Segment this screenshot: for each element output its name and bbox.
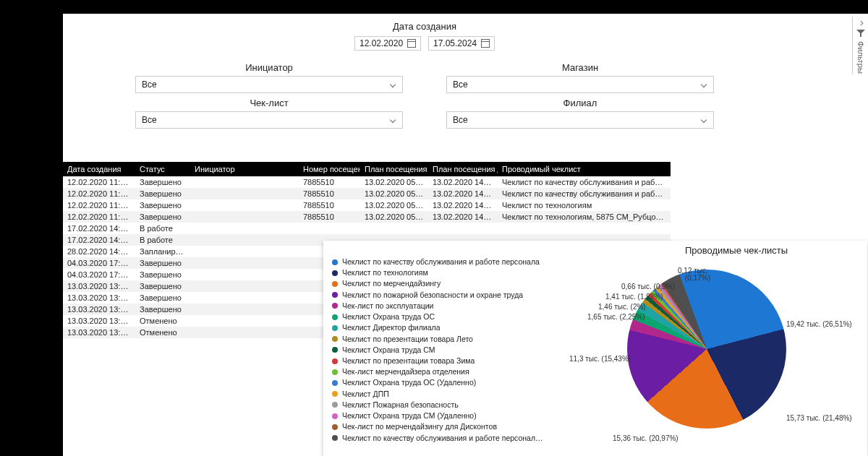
legend-label: Чеклист ДПП <box>342 389 389 400</box>
pie-slice-label: 19,42 тыс. (26,51%) <box>786 320 852 328</box>
legend-label: Чеклист по качеству обслуживания и работ… <box>342 433 543 444</box>
legend-item[interactable]: Чеклист ДПП <box>332 389 571 400</box>
cell-to <box>428 223 498 234</box>
chevron-down-icon <box>389 118 396 122</box>
legend-item[interactable]: Чеклист Охрана труда ОС <box>332 311 571 322</box>
pie-slice-label: 0,66 тыс. (0,9%) <box>621 283 675 291</box>
chart-panel: Проводимые чек-листы Чеклист по качеству… <box>323 241 867 456</box>
legend-item[interactable]: Чек-лист по эксплуатации <box>332 301 571 311</box>
legend-swatch <box>332 270 338 276</box>
pie-slice-label: 15,36 тыс. (20,97%) <box>613 434 678 442</box>
legend-swatch <box>332 358 338 364</box>
cell-initiator <box>190 176 299 188</box>
cell-created: 13.03.2020 13:37:42 <box>63 292 135 304</box>
table-row[interactable]: 17.02.2020 14:17:59В работе <box>63 223 671 234</box>
cell-initiator <box>190 257 299 269</box>
legend-label: Чек-лист мерчендайзера отделения <box>342 366 469 377</box>
cell-visit: 7885510 <box>299 188 360 199</box>
legend-item[interactable]: Чеклист по технологиям <box>332 267 571 278</box>
cell-initiator <box>190 199 299 211</box>
pie-slice-label: 1,41 тыс. (1,92%) <box>605 293 663 301</box>
legend-item[interactable]: Чек-лист мерчендайзера отделения <box>332 366 571 377</box>
initiator-value: Все <box>142 79 157 90</box>
pie-slice-label: (0,17%) <box>685 274 710 282</box>
legend-label: Чеклист Охрана труда СМ <box>342 345 435 356</box>
cell-check <box>498 223 671 234</box>
cell-created: 13.03.2020 13:40:59 <box>63 315 135 327</box>
legend-item[interactable]: Чеклист по презентации товара Зима <box>332 356 571 366</box>
cell-check: Чеклист по качеству обслуживания и работ… <box>498 188 671 199</box>
col-plan-to[interactable]: План посещения до <box>428 162 498 176</box>
cell-check: Чеклист по качеству обслуживания и работ… <box>498 176 671 188</box>
table-row[interactable]: 12.02.2020 11:40:27Завершено788551013.02… <box>63 188 671 199</box>
legend-item[interactable]: Чеклист Директор филиала <box>332 322 571 333</box>
legend-label: Чеклист Охрана труда СМ (Удаленно) <box>342 410 477 421</box>
cell-initiator <box>190 327 299 338</box>
checklist-select[interactable]: Все <box>135 111 403 129</box>
legend-item[interactable]: Чеклист Охрана труда ОС (Удаленно) <box>332 377 571 388</box>
legend-label: Чеклист по мерчендайзингу <box>342 278 441 289</box>
branch-label: Филиал <box>446 98 714 108</box>
legend-item[interactable]: Чек-лист по мерчендайзингу для Дисконтов <box>332 421 571 432</box>
date-to-input[interactable]: 17.05.2024 <box>428 36 495 51</box>
legend-item[interactable]: Чеклист по мерчендайзингу <box>332 278 571 289</box>
legend-swatch <box>332 424 338 430</box>
col-plan-from[interactable]: План посещения с <box>360 162 428 176</box>
col-checklist[interactable]: Проводимый чеклист <box>498 162 671 176</box>
legend-item[interactable]: Чеклист Пожарная безопасность <box>332 400 571 410</box>
branch-select[interactable]: Все <box>446 111 714 129</box>
cell-status: В работе <box>135 234 190 246</box>
cell-check: Чеклист по технологиям <box>498 199 671 211</box>
col-visit-no[interactable]: Номер посещения <box>299 162 360 176</box>
cell-status: Завершено <box>135 211 190 223</box>
cell-created: 13.03.2020 13:37:42 <box>63 280 135 292</box>
legend-item[interactable]: Чеклист Охрана труда СМ <box>332 345 571 356</box>
cell-from <box>360 223 428 234</box>
legend-item[interactable]: Чеклист Охрана труда СМ (Удаленно) <box>332 410 571 421</box>
date-from-input[interactable]: 12.02.2020 <box>354 36 421 51</box>
legend-label: Чеклист Охрана труда ОС (Удаленно) <box>342 377 476 388</box>
legend-item[interactable]: Чеклист по презентации товара Лето <box>332 334 571 345</box>
cell-from: 13.02.2020 05:00 <box>360 188 428 199</box>
cell-initiator <box>190 269 299 280</box>
filters-sidebar-tab[interactable]: Фильтры <box>852 17 868 74</box>
legend-swatch <box>332 369 338 375</box>
cell-created: 17.02.2020 14:17:59 <box>63 223 135 234</box>
initiator-select[interactable]: Все <box>135 76 403 93</box>
cell-visit <box>299 223 360 234</box>
legend-label: Чеклист Пожарная безопасность <box>342 400 459 410</box>
cell-created: 12.02.2020 11:40:27 <box>63 176 135 188</box>
cell-status: Завершено <box>135 257 190 269</box>
cell-initiator <box>190 211 299 223</box>
cell-to: 13.02.2020 14:00 <box>428 199 498 211</box>
chart-title: Проводимые чек-листы <box>685 245 788 256</box>
legend-item[interactable]: Чеклист по пожарной безопасности и охран… <box>332 290 571 301</box>
legend-swatch <box>332 314 338 320</box>
table-row[interactable]: 12.02.2020 11:40:27Завершено788551013.02… <box>63 199 671 211</box>
cell-initiator <box>190 304 299 315</box>
cell-status: Завершено <box>135 188 190 199</box>
col-created[interactable]: Дата создания <box>63 162 135 176</box>
store-value: Все <box>453 79 468 90</box>
table-row[interactable]: 12.02.2020 11:40:27Завершено788551013.02… <box>63 211 671 223</box>
cell-visit: 7885510 <box>299 199 360 211</box>
cell-status: В работе <box>135 223 190 234</box>
chevron-down-icon <box>389 82 396 87</box>
cell-created: 13.03.2020 13:43:30 <box>63 327 135 338</box>
date-from-value: 12.02.2020 <box>359 38 403 48</box>
legend-label: Чеклист по презентации товара Лето <box>342 334 473 345</box>
cell-check: Чеклист по технологиям, 5875 СМ_Рубцовск… <box>498 211 671 223</box>
col-status[interactable]: Статус <box>135 162 190 176</box>
calendar-icon <box>407 39 416 48</box>
chart-legend: Чеклист по качеству обслуживания и работ… <box>332 257 571 444</box>
legend-swatch <box>332 259 338 265</box>
cell-from: 13.02.2020 05:00 <box>360 176 428 188</box>
legend-item[interactable]: Чеклист по качеству обслуживания и работ… <box>332 433 571 444</box>
cell-to: 13.02.2020 14:00 <box>428 176 498 188</box>
col-initiator[interactable]: Инициатор <box>190 162 299 176</box>
legend-item[interactable]: Чеклист по качеству обслуживания и работ… <box>332 257 571 267</box>
table-row[interactable]: 12.02.2020 11:40:27Завершено788551013.02… <box>63 176 671 188</box>
legend-label: Чеклист по пожарной безопасности и охран… <box>342 290 523 301</box>
store-select[interactable]: Все <box>446 76 714 93</box>
funnel-icon <box>856 30 865 37</box>
